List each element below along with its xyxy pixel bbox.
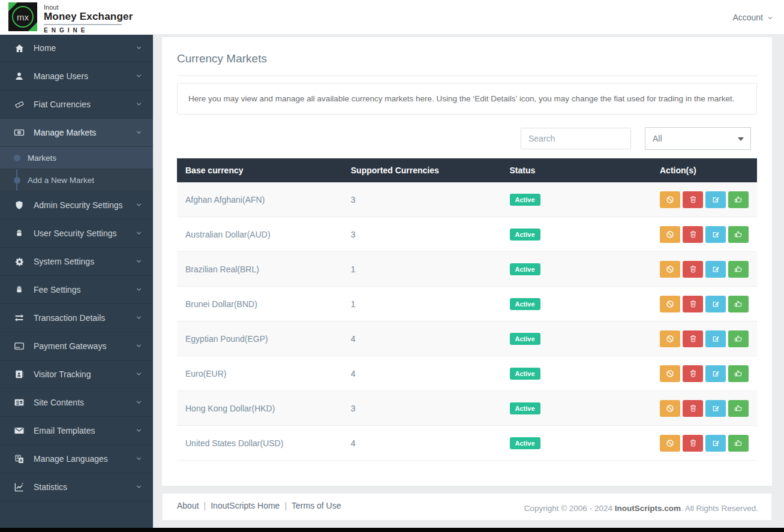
disable-market-button[interactable] bbox=[660, 330, 680, 347]
disable-market-button[interactable] bbox=[660, 435, 680, 452]
delete-market-button[interactable] bbox=[683, 365, 703, 382]
base-currency-cell[interactable]: Egyptian Pound(EGP) bbox=[177, 321, 343, 356]
footer-link-terms-of-use[interactable]: Terms of Use bbox=[292, 501, 341, 510]
edit-market-button[interactable] bbox=[705, 191, 726, 208]
edit-market-button[interactable] bbox=[705, 365, 726, 382]
top-header: mx Inout Money Exchanger ENGINE Account bbox=[0, 0, 784, 35]
base-currency-cell[interactable]: Brunei Dollar(BND) bbox=[177, 287, 343, 321]
disable-market-button[interactable] bbox=[660, 365, 680, 382]
delete-market-button[interactable] bbox=[683, 261, 703, 278]
approve-market-button[interactable] bbox=[728, 365, 749, 382]
edit-icon bbox=[711, 195, 720, 204]
bottom-bar bbox=[0, 528, 784, 532]
edit-market-button[interactable] bbox=[705, 330, 726, 347]
status-filter-select[interactable]: All bbox=[645, 127, 751, 150]
sidebar-item-system-settings[interactable]: System Settings bbox=[0, 248, 153, 276]
base-currency-cell[interactable]: United States Dollar(USD) bbox=[177, 426, 343, 461]
thumbs-up-icon bbox=[734, 369, 743, 378]
copyright-link[interactable]: InoutScripts.com bbox=[615, 504, 681, 513]
edit-icon bbox=[711, 369, 720, 378]
approve-market-button[interactable] bbox=[728, 435, 749, 452]
sidebar-item-payment-gateways[interactable]: Payment Gateways bbox=[0, 332, 153, 360]
status-badge: Active bbox=[510, 333, 540, 345]
sidebar-item-user-security-settings[interactable]: User Security Settings bbox=[0, 220, 153, 248]
brand-logo: mx Inout Money Exchanger ENGINE bbox=[8, 2, 133, 34]
delete-market-button[interactable] bbox=[683, 191, 703, 208]
delete-market-button[interactable] bbox=[683, 330, 703, 347]
approve-market-button[interactable] bbox=[728, 226, 749, 243]
footer-separator: | bbox=[204, 501, 206, 510]
chevron-down-icon bbox=[136, 71, 142, 81]
sidebar-item-transaction-details[interactable]: Transaction Details bbox=[0, 304, 153, 332]
sidebar-item-label: User Security Settings bbox=[34, 229, 117, 238]
base-currency-cell[interactable]: Brazilian Real(BRL) bbox=[177, 252, 343, 287]
actions-cell bbox=[651, 217, 757, 252]
edit-icon bbox=[711, 334, 720, 343]
footer-link-about[interactable]: About bbox=[177, 501, 199, 510]
approve-market-button[interactable] bbox=[728, 330, 749, 347]
status-badge: Active bbox=[510, 298, 540, 310]
approve-market-button[interactable] bbox=[728, 191, 749, 208]
approve-market-button[interactable] bbox=[728, 261, 749, 278]
sidebar-item-home[interactable]: Home bbox=[0, 34, 153, 62]
sidebar-subitem-add-a-new-market[interactable]: Add a New Market bbox=[0, 169, 153, 191]
approve-market-button[interactable] bbox=[728, 296, 749, 312]
status-badge: Active bbox=[510, 194, 540, 206]
sidebar-subitem-markets[interactable]: Markets bbox=[0, 147, 153, 169]
base-currency-cell[interactable]: Euro(EUR) bbox=[177, 356, 343, 391]
base-currency-cell[interactable]: Hong Kong Dollar(HKD) bbox=[177, 391, 343, 426]
disable-market-button[interactable] bbox=[660, 296, 680, 312]
brand-line1: Inout bbox=[44, 4, 133, 11]
delete-market-button[interactable] bbox=[683, 296, 703, 312]
status-cell: Active bbox=[501, 252, 651, 287]
sidebar-item-manage-markets[interactable]: Manage Markets bbox=[0, 119, 153, 147]
sidebar-item-email-templates[interactable]: Email Templates bbox=[0, 417, 153, 445]
edit-market-button[interactable] bbox=[705, 226, 726, 243]
delete-market-button[interactable] bbox=[683, 226, 703, 243]
footer-link-inoutscripts-home[interactable]: InoutScripts Home bbox=[211, 501, 280, 510]
disable-market-button[interactable] bbox=[660, 400, 680, 417]
base-currency-cell[interactable]: Afghan Afghani(AFN) bbox=[177, 182, 343, 217]
edit-market-button[interactable] bbox=[705, 261, 726, 278]
sidebar-item-manage-users[interactable]: Manage Users bbox=[0, 62, 153, 91]
approve-market-button[interactable] bbox=[728, 400, 749, 417]
actions-cell bbox=[651, 356, 757, 391]
sidebar-item-fiat-currencies[interactable]: Fiat Currencies bbox=[0, 91, 153, 119]
account-menu[interactable]: Account bbox=[732, 0, 773, 34]
exchange-icon bbox=[12, 312, 26, 323]
brand-text: Inout Money Exchanger ENGINE bbox=[44, 2, 133, 34]
delete-market-button[interactable] bbox=[683, 400, 703, 417]
chevron-down-icon bbox=[136, 257, 142, 266]
sidebar-item-manage-languages[interactable]: AManage Languages bbox=[0, 445, 153, 473]
sidebar-item-statistics[interactable]: Statistics bbox=[0, 473, 153, 501]
sidebar-item-visitor-tracking[interactable]: Visitor Tracking bbox=[0, 360, 153, 389]
copyright-prefix: Copyright © 2006 - 2024 bbox=[524, 504, 615, 513]
disable-market-button[interactable] bbox=[660, 191, 680, 208]
base-currency-cell[interactable]: Australian Dollar(AUD) bbox=[177, 217, 343, 252]
edit-icon bbox=[711, 299, 720, 308]
sidebar-item-fee-settings[interactable]: Fee Settings bbox=[0, 276, 153, 304]
chevron-down-icon bbox=[136, 398, 142, 407]
chevron-down-icon bbox=[136, 426, 142, 435]
trash-icon bbox=[689, 369, 698, 378]
edit-market-button[interactable] bbox=[705, 435, 726, 452]
market-row-afghan-afghani-afn: Afghan Afghani(AFN)3Active bbox=[177, 182, 757, 217]
supported-currencies-cell: 1 bbox=[343, 287, 501, 321]
search-input[interactable] bbox=[521, 128, 631, 149]
brand-initials: mx bbox=[12, 6, 34, 28]
edit-market-button[interactable] bbox=[705, 296, 726, 312]
market-row-brunei-dollar-bnd: Brunei Dollar(BND)1Active bbox=[177, 287, 757, 321]
ban-icon bbox=[665, 404, 675, 413]
trash-icon bbox=[689, 265, 698, 273]
sidebar-item-site-contents[interactable]: Site Contents bbox=[0, 389, 153, 417]
delete-market-button[interactable] bbox=[683, 435, 703, 452]
disable-market-button[interactable] bbox=[660, 261, 680, 278]
status-cell: Active bbox=[501, 217, 651, 252]
trash-icon bbox=[689, 195, 698, 204]
chevron-down-icon bbox=[136, 285, 142, 294]
disable-market-button[interactable] bbox=[660, 226, 680, 243]
edit-market-button[interactable] bbox=[705, 400, 726, 417]
brand-line2: Money Exchanger bbox=[44, 11, 133, 23]
status-badge: Active bbox=[510, 402, 540, 414]
sidebar-item-admin-security-settings[interactable]: Admin Security Settings bbox=[0, 191, 153, 220]
